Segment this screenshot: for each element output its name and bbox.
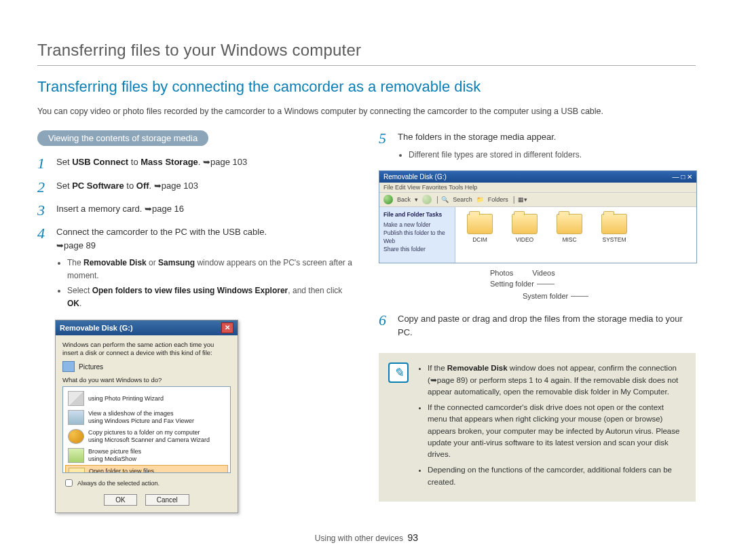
dialog-intro: Windows can perform the same action each… — [62, 341, 231, 358]
folder-video[interactable]: VIDEO — [504, 214, 545, 243]
mediashow-icon — [68, 448, 84, 463]
scanner-wizard-icon — [68, 429, 84, 444]
dialog-option[interactable]: Browse picture filesusing MediaShow — [65, 446, 228, 465]
dialog-title-text: Removable Disk (G:) — [60, 324, 133, 332]
side-link[interactable]: Make a new folder — [383, 221, 451, 229]
callout-labels: Photos Videos — [490, 269, 696, 277]
step-3: 3 Insert a memory card. ➥page 16 — [37, 202, 354, 219]
step-1: 1 Set USB Connect to Mass Storage. ➥page… — [37, 155, 354, 172]
dialog-question: What do you want Windows to do? — [62, 376, 231, 384]
explorer-window: Removable Disk (G:) — □ ✕ File Edit View… — [379, 170, 697, 263]
step-6: 6 Copy and paste or drag and drop the fi… — [379, 312, 696, 339]
pictures-label: Pictures — [79, 363, 103, 371]
side-link[interactable]: Share this folder — [383, 246, 451, 254]
callout-system: System folder — [523, 292, 696, 300]
explorer-toolbar[interactable]: Back ▾ │ 🔍Search 📁Folders │ ▦▾ — [379, 193, 696, 207]
folder-misc[interactable]: MISC — [549, 214, 590, 243]
folder-icon — [601, 214, 627, 234]
folder-icon — [69, 468, 85, 473]
ok-button[interactable]: OK — [104, 494, 136, 506]
folder-icon — [467, 214, 493, 234]
note-icon: ✎ — [388, 362, 409, 383]
page-footer: Using with other devices 93 — [37, 532, 696, 543]
step-number: 4 — [37, 225, 50, 242]
folder-dcim[interactable]: DCIM — [459, 214, 500, 243]
slideshow-icon — [68, 410, 84, 425]
step-number: 5 — [379, 130, 391, 147]
print-wizard-icon — [68, 391, 84, 406]
window-controls-icon[interactable]: — □ ✕ — [672, 173, 692, 181]
step-4: 4 Connect the camcorder to the PC with t… — [37, 225, 354, 313]
pictures-icon — [62, 361, 75, 372]
dialog-option-selected[interactable]: Open folder to view filesusing Windows E… — [65, 465, 228, 473]
subsection-pill: Viewing the contents of storage media — [37, 130, 208, 146]
intro-paragraph: You can copy video or photo files record… — [37, 105, 696, 118]
checkbox-input[interactable] — [65, 479, 73, 487]
note-item-2: If the connected camcorder's disk drive … — [428, 402, 685, 460]
step-2: 2 Set PC Software to Off. ➥page 103 — [37, 179, 354, 195]
close-icon[interactable]: ✕ — [221, 322, 233, 333]
explorer-side-panel: File and Folder Tasks Make a new folder … — [379, 207, 455, 263]
forward-icon[interactable] — [422, 195, 432, 204]
folder-icon — [512, 214, 538, 234]
dialog-titlebar: Removable Disk (G:) ✕ — [56, 320, 238, 335]
page-title: Transferring files to your Windows compu… — [37, 41, 696, 60]
explorer-titlebar: Removable Disk (G:) — □ ✕ — [379, 171, 696, 183]
dialog-option[interactable]: View a slideshow of the imagesusing Wind… — [65, 408, 228, 427]
step-number: 6 — [379, 312, 391, 329]
side-link[interactable]: Publish this folder to the Web — [383, 229, 451, 246]
title-rule — [37, 65, 696, 66]
dialog-option-list[interactable]: using Photo Printing Wizard View a slide… — [62, 386, 231, 473]
always-action-checkbox[interactable]: Always do the selected action. — [62, 477, 231, 489]
explorer-menubar[interactable]: File Edit View Favorites Tools Help — [379, 183, 696, 193]
dialog-option[interactable]: Copy pictures to a folder on my computer… — [65, 427, 228, 446]
section-heading: Transferring files by connecting the cam… — [37, 78, 696, 96]
back-icon[interactable] — [383, 195, 393, 204]
step-number: 1 — [37, 155, 50, 172]
step-number: 2 — [37, 179, 50, 195]
autoplay-dialog: Removable Disk (G:) ✕ Windows can perfor… — [55, 320, 238, 514]
cancel-button[interactable]: Cancel — [145, 494, 189, 506]
step-5-note: Different file types are stored in diffe… — [409, 149, 696, 162]
step-5: 5 The folders in the storage media appea… — [379, 130, 696, 164]
explorer-folder-pane[interactable]: DCIM VIDEO MISC SYSTEM — [455, 207, 696, 263]
dialog-option[interactable]: using Photo Printing Wizard — [65, 389, 228, 408]
callout-setting: Setting folder — [490, 280, 696, 288]
folder-icon — [557, 214, 582, 234]
step-4-note-1: The Removable Disk or Samsung window app… — [67, 257, 354, 282]
folder-system[interactable]: SYSTEM — [594, 214, 635, 243]
step-number: 3 — [37, 202, 50, 219]
step-4-note-2: Select Open folders to view files using … — [67, 284, 354, 310]
note-item-3: Depending on the functions of the camcor… — [428, 464, 685, 488]
note-item-1: If the Removable Disk window does not ap… — [428, 362, 685, 398]
note-box: ✎ If the Removable Disk window does not … — [379, 353, 696, 502]
